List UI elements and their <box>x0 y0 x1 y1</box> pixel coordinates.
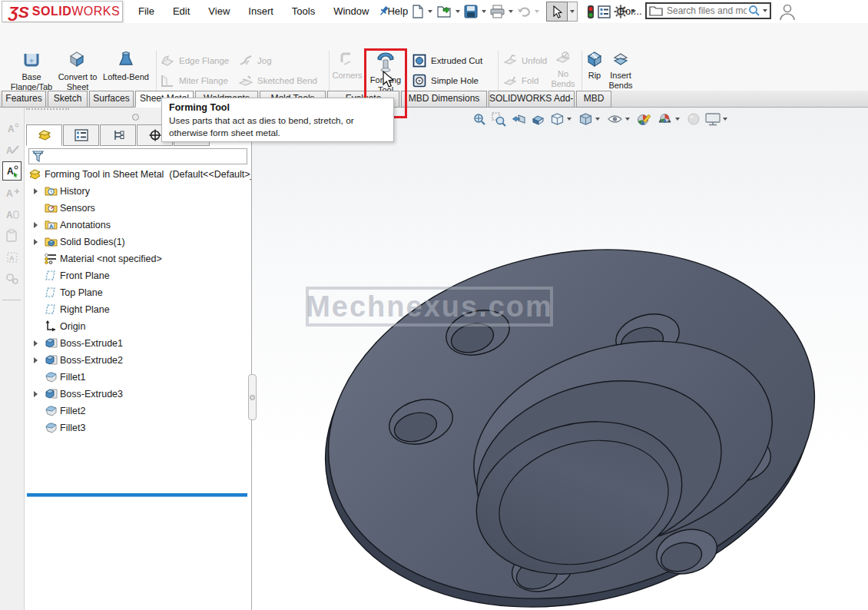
hide-show-caret-icon[interactable] <box>625 118 630 121</box>
zoom-fit-button[interactable] <box>470 110 489 128</box>
hide-show-items-button[interactable] <box>605 110 634 128</box>
no-bends-button: No Bends <box>545 50 581 88</box>
menu-view[interactable]: View <box>199 0 239 23</box>
tree-item-origin[interactable]: Origin <box>25 318 251 335</box>
pushpin-icon[interactable] <box>378 5 390 19</box>
fillet-icon <box>45 422 58 436</box>
expand-arrow-icon[interactable] <box>34 391 38 397</box>
tab-mbd-dimensions[interactable]: MBD Dimensions <box>401 91 487 108</box>
traffic-light-icon[interactable] <box>585 2 596 22</box>
featuremanager-tab[interactable] <box>26 124 62 146</box>
select-tool-caret-icon[interactable] <box>568 2 578 22</box>
tree-item-history[interactable]: History <box>25 183 251 200</box>
tab-solidworks-add-ins[interactable]: SOLIDWORKS Add-Ins <box>489 91 575 108</box>
featuremanager-icon <box>38 129 51 141</box>
tree-item-boss-extrude3[interactable]: Boss-Extrude3 <box>25 386 251 403</box>
simple-hole-icon <box>412 73 427 88</box>
insert-bends-button[interactable]: Insert Bends <box>605 50 636 90</box>
annotation-tool-3-icon[interactable]: A <box>2 161 22 181</box>
tree-item-boss-extrude2[interactable]: Boss-Extrude2 <box>25 352 251 369</box>
view-orientation-button[interactable] <box>548 110 576 128</box>
menu-file[interactable]: File <box>129 0 164 23</box>
open-button[interactable] <box>435 2 453 22</box>
annotation-tool-6-icon <box>2 226 22 245</box>
panel-splitter[interactable] <box>251 108 252 610</box>
tree-item-boss-extrude1[interactable]: Boss-Extrude1 <box>25 335 251 352</box>
solid-bodies-folder-icon <box>45 236 58 249</box>
select-tool-button[interactable] <box>546 2 568 22</box>
new-document-button[interactable] <box>410 2 426 22</box>
rip-button[interactable]: Rip <box>582 50 607 81</box>
display-style-caret-icon[interactable] <box>595 118 600 121</box>
solidworks-logo: ƷS SOLIDWORKS <box>2 1 123 22</box>
fold-icon <box>502 73 518 88</box>
command-manager-tab-bar: Features Sketch Surfaces Sheet Metal Wel… <box>0 91 868 108</box>
base-flange-tab-button[interactable]: Base Flange/Tab <box>6 50 57 91</box>
tree-item-front-plane[interactable]: Front Plane <box>25 267 251 284</box>
tree-item-sensors[interactable]: Sensors <box>25 200 251 217</box>
tree-item-top-plane[interactable]: Top Plane <box>25 284 251 301</box>
section-view-button[interactable] <box>528 110 548 128</box>
tree-item-right-plane[interactable]: Right Plane <box>25 301 251 318</box>
tab-sketch[interactable]: Sketch <box>48 91 88 108</box>
graphics-viewport[interactable]: Mechnexus.com <box>252 108 868 610</box>
menu-insert[interactable]: Insert <box>239 0 283 23</box>
tree-filter-box[interactable] <box>28 148 247 164</box>
tree-item-solid-bodies[interactable]: Solid Bodies(1) <box>25 234 251 250</box>
tab-mbd[interactable]: MBD <box>576 91 611 108</box>
search-magnifier-icon[interactable] <box>748 5 760 17</box>
expand-arrow-icon[interactable] <box>34 188 38 194</box>
boss-extrude-icon <box>45 354 58 368</box>
tab-surfaces[interactable]: Surfaces <box>89 91 134 108</box>
panel-grip-handle[interactable] <box>26 108 69 110</box>
view-orientation-caret-icon[interactable] <box>567 118 571 121</box>
tree-item-fillet1[interactable]: Fillet1 <box>25 369 251 386</box>
tree-item-fillet3[interactable]: Fillet3 <box>25 419 251 436</box>
tree-item-fillet2[interactable]: Fillet2 <box>25 403 251 419</box>
print-caret-icon[interactable] <box>509 10 513 13</box>
search-box[interactable] <box>645 2 771 19</box>
lofted-bend-button[interactable]: Lofted-Bend <box>98 50 154 82</box>
edit-appearance-button[interactable] <box>634 110 654 128</box>
search-input[interactable] <box>665 5 748 17</box>
save-caret-icon[interactable] <box>482 10 486 13</box>
undo-button <box>515 2 532 22</box>
camera-monitor-button[interactable] <box>703 110 732 128</box>
tab-features[interactable]: Features <box>2 91 46 108</box>
zoom-area-button[interactable] <box>489 110 509 128</box>
save-button[interactable] <box>462 2 479 22</box>
apply-scene-button[interactable] <box>654 110 684 128</box>
tree-item-material[interactable]: Material <not specified> <box>25 250 251 267</box>
apply-scene-caret-icon[interactable] <box>675 118 680 121</box>
menu-tools[interactable]: Tools <box>283 0 324 23</box>
panel-splitter-handle[interactable] <box>248 374 257 420</box>
expand-arrow-icon[interactable] <box>34 239 38 245</box>
new-document-caret-icon[interactable] <box>428 10 432 13</box>
configurationmanager-tab[interactable] <box>100 124 136 146</box>
camera-monitor-caret-icon[interactable] <box>723 118 727 121</box>
menu-edit[interactable]: Edit <box>164 0 199 23</box>
view-settings-button <box>684 110 703 128</box>
panel-collapse-button[interactable] <box>132 114 139 121</box>
simple-hole-button[interactable]: Simple Hole <box>412 71 482 91</box>
flange-3d-model[interactable] <box>252 108 868 610</box>
options-list-icon[interactable] <box>596 2 612 22</box>
plane-icon <box>45 270 58 283</box>
open-caret-icon[interactable] <box>456 10 460 13</box>
display-style-button[interactable] <box>576 110 605 128</box>
previous-view-button[interactable] <box>509 110 528 128</box>
propertymanager-tab[interactable] <box>63 124 99 146</box>
logo-text-light: WORKS <box>71 5 120 18</box>
extruded-cut-button[interactable]: Extruded Cut <box>412 51 482 71</box>
expand-arrow-icon[interactable] <box>34 340 38 346</box>
expand-arrow-icon[interactable] <box>34 357 38 363</box>
print-button[interactable] <box>489 2 506 22</box>
menu-window[interactable]: Window <box>324 0 378 23</box>
tree-item-annotations[interactable]: A Annotations <box>25 217 251 234</box>
user-icon[interactable] <box>779 3 796 22</box>
search-caret-icon[interactable] <box>763 9 767 12</box>
rollback-bar[interactable] <box>27 493 247 497</box>
expand-arrow-icon[interactable] <box>34 222 38 228</box>
tree-root[interactable]: Forming Tool in Sheet Metal (Default<<De… <box>25 166 251 183</box>
search-scope-icon[interactable] <box>649 5 663 16</box>
